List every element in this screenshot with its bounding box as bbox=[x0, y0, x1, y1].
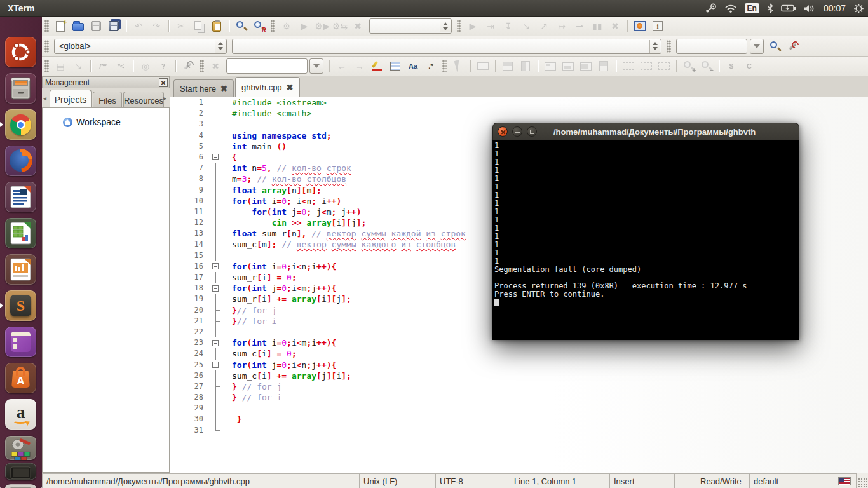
bluetooth-icon[interactable] bbox=[767, 3, 773, 13]
fold-collapse-icon[interactable]: − bbox=[212, 263, 219, 269]
wx-expand-r-icon[interactable] bbox=[621, 58, 636, 74]
search-combo[interactable] bbox=[676, 39, 747, 54]
steam-icon[interactable] bbox=[705, 3, 717, 13]
search-dropdown-icon[interactable] bbox=[750, 39, 764, 54]
run-to-cursor-icon[interactable]: ⇥ bbox=[483, 18, 498, 34]
launcher-item-ubuntu-dash[interactable] bbox=[5, 37, 36, 67]
build-target-combo-spinner[interactable] bbox=[440, 20, 451, 32]
terminal-close-button[interactable] bbox=[498, 126, 508, 137]
projects-tree[interactable]: Workspace bbox=[42, 108, 170, 473]
incsearch-dropdown-icon[interactable] bbox=[309, 58, 323, 74]
wx-expand-b-icon[interactable] bbox=[656, 58, 672, 74]
incsearch-highlight-icon[interactable] bbox=[370, 58, 385, 74]
session-gear-icon[interactable] bbox=[853, 3, 864, 14]
step-out-icon[interactable]: ↗ bbox=[536, 18, 552, 34]
abort-build-icon[interactable]: ✖ bbox=[350, 18, 365, 34]
incsearch-next-icon[interactable]: → bbox=[352, 58, 367, 74]
launcher-item-software-center[interactable]: A bbox=[5, 363, 36, 393]
save-file-icon[interactable] bbox=[88, 18, 104, 34]
tab-close-icon[interactable]: ✖ bbox=[287, 83, 294, 92]
wx-panel-left-icon[interactable] bbox=[578, 58, 593, 74]
editor-tab-start-here[interactable]: Start here✖ bbox=[173, 79, 234, 97]
management-tab-files[interactable]: Files bbox=[93, 92, 122, 108]
wifi-icon[interactable] bbox=[724, 4, 737, 13]
rebuild-icon[interactable]: ⚙⇆ bbox=[332, 18, 348, 34]
compiler-scope-combo[interactable]: <global> bbox=[54, 39, 227, 54]
debug-continue-icon[interactable]: ▶ bbox=[465, 18, 480, 34]
management-tab-projects[interactable]: Projects bbox=[50, 90, 92, 108]
launcher-item-lo-calc[interactable] bbox=[5, 218, 36, 248]
doxy-block-comment-icon[interactable]: /** bbox=[95, 58, 111, 74]
fold-collapse-icon[interactable]: − bbox=[212, 285, 219, 292]
management-tab-resources[interactable]: Resources bbox=[123, 92, 164, 108]
volume-icon[interactable] bbox=[804, 4, 816, 13]
launcher-item-dark-app-stack[interactable] bbox=[5, 463, 36, 480]
compiler-scope-combo-spinner[interactable] bbox=[215, 40, 226, 53]
wx-pointer-icon[interactable] bbox=[451, 58, 466, 74]
launcher-item-sublime-text[interactable]: S bbox=[5, 290, 36, 321]
launcher-item-xterm[interactable] bbox=[5, 484, 36, 488]
open-file-icon[interactable] bbox=[71, 18, 86, 34]
save-all-files-icon[interactable] bbox=[106, 18, 121, 34]
build-target-combo[interactable] bbox=[369, 18, 452, 34]
tab-scroll-left-icon[interactable]: ◂ bbox=[43, 95, 48, 102]
wx-show-containers-icon[interactable]: C bbox=[742, 58, 757, 74]
fold-collapse-icon[interactable]: − bbox=[212, 362, 219, 368]
us-flag-icon[interactable] bbox=[838, 477, 851, 485]
symbols-combo[interactable] bbox=[232, 39, 661, 54]
wx-sizer-v-icon[interactable] bbox=[518, 58, 533, 74]
run-icon[interactable]: ▶ bbox=[297, 18, 312, 34]
tab-scroll-right-icon[interactable]: ▸ bbox=[163, 95, 168, 102]
step-into-icon[interactable]: ↘ bbox=[519, 18, 534, 34]
break-debugger-icon[interactable]: ▮▮ bbox=[590, 18, 605, 34]
wx-sizer-h-icon[interactable] bbox=[500, 58, 515, 74]
wx-panel-bottom-icon[interactable] bbox=[560, 58, 576, 74]
zoom-out-icon[interactable]: − bbox=[699, 58, 714, 74]
symbols-browser-icon[interactable]: ▤ bbox=[53, 58, 68, 74]
clock[interactable]: 00:07 bbox=[824, 3, 846, 13]
build-and-run-icon[interactable]: ⚙▶ bbox=[315, 18, 330, 34]
next-instruction-icon[interactable]: ↦ bbox=[554, 18, 569, 34]
cut-icon[interactable]: ✂ bbox=[173, 18, 189, 34]
wx-panel-fill-icon[interactable] bbox=[596, 58, 611, 74]
step-into-instruction-icon[interactable]: ⇀ bbox=[572, 18, 587, 34]
next-line-icon[interactable]: ↧ bbox=[501, 18, 516, 34]
incsearch-clear-icon[interactable]: ✖ bbox=[208, 58, 223, 74]
terminal-title-bar[interactable]: /home/muhammad/Документы/Программы/ghbvt… bbox=[492, 123, 799, 140]
launcher-item-purple-window-app[interactable] bbox=[5, 327, 36, 357]
replace-icon[interactable]: R bbox=[252, 18, 267, 34]
incsearch-match-case-icon[interactable]: Aa bbox=[405, 58, 421, 74]
zoom-in-icon[interactable]: + bbox=[681, 58, 696, 74]
build-icon[interactable]: ⚙ bbox=[279, 18, 294, 34]
paste-icon[interactable] bbox=[209, 18, 224, 34]
incsearch-regex-icon[interactable]: .* bbox=[423, 58, 438, 74]
new-file-icon[interactable]: + bbox=[53, 18, 68, 34]
launcher-item-amazon[interactable]: a bbox=[5, 399, 36, 430]
symbols-combo-spinner[interactable] bbox=[649, 40, 660, 53]
launcher-item-files[interactable] bbox=[5, 73, 36, 104]
search-go-icon[interactable] bbox=[768, 39, 783, 54]
stop-debugger-icon[interactable]: ✖ bbox=[607, 18, 623, 34]
tab-close-icon[interactable]: ✖ bbox=[220, 84, 227, 93]
doxy-settings-icon[interactable] bbox=[180, 58, 196, 74]
editor-tab-ghbvth-cpp[interactable]: ghbvth.cpp✖ bbox=[235, 77, 300, 97]
wx-panel-top-icon[interactable] bbox=[543, 58, 558, 74]
find-icon[interactable] bbox=[234, 18, 249, 34]
wx-frame-icon[interactable] bbox=[475, 58, 491, 74]
terminal-minimize-button[interactable] bbox=[512, 126, 522, 137]
terminal-output[interactable]: 111111111111111Segmentation fault (core … bbox=[492, 140, 799, 340]
management-close-icon[interactable]: ✕ bbox=[159, 78, 168, 87]
wx-expand-l-icon[interactable] bbox=[639, 58, 654, 74]
workspace-node[interactable]: Workspace bbox=[63, 117, 169, 127]
launcher-item-firefox[interactable] bbox=[5, 146, 36, 176]
doxy-help-icon[interactable]: ? bbox=[156, 58, 171, 74]
goto-implementation-icon[interactable]: ↘ bbox=[71, 58, 86, 74]
launcher-item-lo-impress[interactable] bbox=[5, 254, 36, 285]
launcher-item-system-settings-stack[interactable] bbox=[5, 436, 36, 460]
debugging-windows-icon[interactable] bbox=[632, 18, 648, 34]
redo-icon[interactable]: ↷ bbox=[149, 18, 164, 34]
fold-collapse-icon[interactable]: − bbox=[212, 154, 219, 160]
terminal-maximize-button[interactable] bbox=[527, 126, 537, 137]
fold-collapse-icon[interactable]: − bbox=[212, 340, 219, 346]
doxy-run-icon[interactable]: ◎ bbox=[138, 58, 153, 74]
